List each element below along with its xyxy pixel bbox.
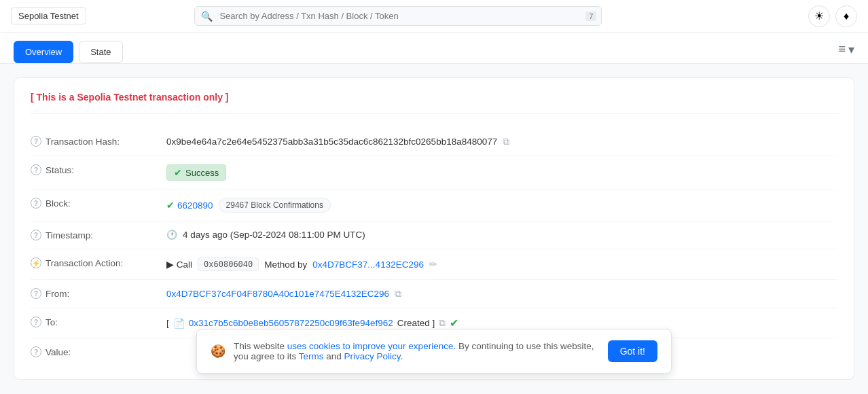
action-method-badge: 0x60806040 <box>198 257 259 271</box>
action-info-icon[interactable]: ⚡ <box>31 257 41 268</box>
row-hash: ? Transaction Hash: 0x9be4e64a7c2e64e545… <box>31 128 837 156</box>
to-info-icon[interactable]: ? <box>31 317 41 327</box>
timestamp-value-container: 🕐 4 days ago (Sep-02-2024 08:11:00 PM UT… <box>166 230 837 240</box>
cookie-terms-link[interactable]: Terms <box>299 351 324 361</box>
tab-state[interactable]: State <box>79 41 122 63</box>
block-label: ? Block: <box>31 198 166 209</box>
search-badge: 7 <box>585 12 596 21</box>
testnet-bold: Testnet <box>113 92 147 103</box>
nav-icons: ☀ ♦ <box>808 5 857 27</box>
row-action: ⚡ Transaction Action: ▶ Call 0x60806040 … <box>31 249 837 280</box>
from-info-icon[interactable]: ? <box>31 288 41 299</box>
hash-copy-icon[interactable]: ⧉ <box>503 136 509 147</box>
testnet-banner: [ This is a Sepolia Testnet transaction … <box>31 92 837 114</box>
tabs-bar: Overview State ≡ ▾ <box>0 33 868 64</box>
from-value-container: 0x4D7BCF37c4F04F8780A40c101e7475E4132EC2… <box>166 288 837 300</box>
to-created-text: Created ] <box>397 318 435 328</box>
search-input[interactable] <box>194 6 602 26</box>
status-info-icon[interactable]: ? <box>31 164 41 175</box>
testnet-prefix: [ This is a Sepolia <box>31 92 113 103</box>
cookie-text-prefix: This website <box>234 341 287 351</box>
timestamp-info-icon[interactable]: ? <box>31 230 41 240</box>
clock-icon: 🕐 <box>166 230 177 240</box>
action-call-text: ▶ Call <box>166 259 192 270</box>
tabs-actions[interactable]: ≡ ▾ <box>838 42 854 62</box>
cookie-privacy-link[interactable]: Privacy Policy <box>344 351 401 361</box>
status-label: ? Status: <box>31 164 166 175</box>
search-icon: 🔍 <box>201 11 213 22</box>
hash-text: 0x9be4e64a7c2e64e5452375abb3a31b5c35dac6… <box>166 137 497 147</box>
block-value-container: ✔ 6620890 29467 Block Confirmations <box>166 198 837 213</box>
cookie-text-and: and <box>324 351 344 361</box>
status-badge: ✔ Success <box>166 164 226 181</box>
eth-network-button[interactable]: ♦ <box>835 5 857 27</box>
value-info-icon[interactable]: ? <box>31 346 41 357</box>
cookie-icon: 🍪 <box>211 344 225 359</box>
row-block: ? Block: ✔ 6620890 29467 Block Confirmat… <box>31 190 837 221</box>
status-check-icon: ✔ <box>174 167 182 178</box>
from-copy-icon[interactable]: ⧉ <box>395 288 401 300</box>
action-label: ⚡ Transaction Action: <box>31 257 166 268</box>
search-bar: 🔍 7 <box>194 6 602 26</box>
row-timestamp: ? Timestamp: 🕐 4 days ago (Sep-02-2024 0… <box>31 221 837 249</box>
testnet-suffix: transaction only ] <box>147 92 229 103</box>
status-value-container: ✔ Success <box>166 164 837 181</box>
contract-icon: 📄 <box>173 318 185 329</box>
action-method-by-text: Method by <box>264 259 307 270</box>
theme-toggle-button[interactable]: ☀ <box>808 5 830 27</box>
block-number-link[interactable]: ✔ 6620890 <box>166 200 213 211</box>
row-status: ? Status: ✔ Success <box>31 156 837 190</box>
block-info-icon[interactable]: ? <box>31 198 41 209</box>
from-address-link[interactable]: 0x4D7BCF37c4F04F8780A40c101e7475E4132EC2… <box>166 289 389 299</box>
cookie-text-end: . <box>401 351 403 361</box>
to-address-group: [ 📄 0x31c7b5c6b0e8eb56057872250c09f63fe9… <box>166 317 458 329</box>
edit-icon[interactable]: ✏ <box>429 259 437 270</box>
tab-overview[interactable]: Overview <box>14 41 73 63</box>
to-verified-icon: ✔ <box>450 317 458 329</box>
action-address-link[interactable]: 0x4D7BCF37...4132EC296 <box>312 259 424 270</box>
to-label: ? To: <box>31 317 166 327</box>
confirmations-badge: 29467 Block Confirmations <box>219 198 331 213</box>
cookie-text: This website uses cookies to improve you… <box>234 341 600 361</box>
cookie-uses-link[interactable]: uses cookies to improve your experience. <box>287 341 456 351</box>
to-bracket-open: [ <box>166 318 169 328</box>
row-from: ? From: 0x4D7BCF37c4F04F8780A40c101e7475… <box>31 280 837 308</box>
to-value-container: [ 📄 0x31c7b5c6b0e8eb56057872250c09f63fe9… <box>166 317 837 329</box>
cookie-banner: 🍪 This website uses cookies to improve y… <box>196 329 672 374</box>
to-address-link[interactable]: 0x31c7b5c6b0e8eb56057872250c09f63fe94ef9… <box>189 318 393 328</box>
chevron-down-icon: ▾ <box>848 42 854 57</box>
value-label: ? Value: <box>31 346 166 357</box>
network-badge[interactable]: Sepolia Testnet <box>11 7 86 24</box>
hash-label: ? Transaction Hash: <box>31 136 166 147</box>
to-copy-icon[interactable]: ⧉ <box>439 317 446 329</box>
hash-info-icon[interactable]: ? <box>31 136 41 147</box>
from-label: ? From: <box>31 288 166 299</box>
action-value-container: ▶ Call 0x60806040 Method by 0x4D7BCF37..… <box>166 257 837 271</box>
hash-value-container: 0x9be4e64a7c2e64e5452375abb3a31b5c35dac6… <box>166 136 837 147</box>
navbar: Sepolia Testnet 🔍 7 ☀ ♦ <box>0 0 868 33</box>
got-it-button[interactable]: Got it! <box>608 340 657 362</box>
list-icon: ≡ <box>838 42 846 56</box>
timestamp-label: ? Timestamp: <box>31 230 166 240</box>
block-check-icon: ✔ <box>166 200 175 211</box>
